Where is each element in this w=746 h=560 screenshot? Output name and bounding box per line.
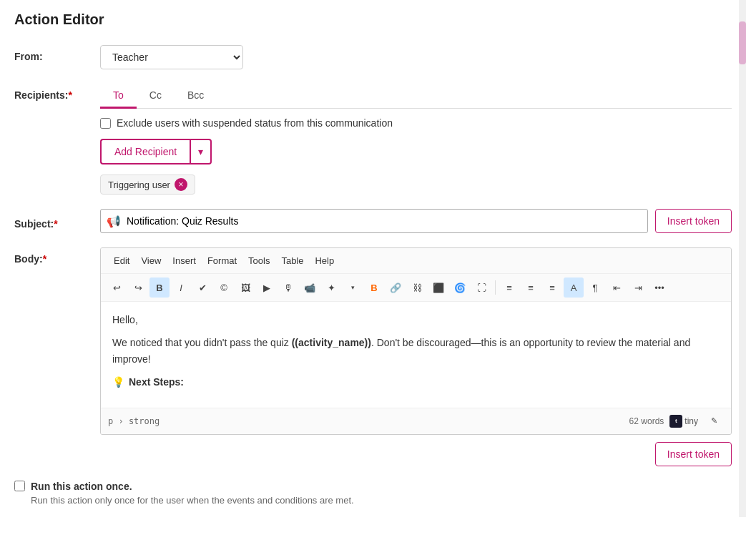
recipients-content: To Cc Bcc Exclude users with suspended s… bbox=[100, 84, 732, 195]
required-marker: * bbox=[68, 89, 72, 101]
tiny-logo: t tiny bbox=[669, 415, 698, 428]
strikethrough-button[interactable]: © bbox=[214, 277, 234, 298]
subject-label: Subject:* bbox=[14, 212, 100, 230]
recipients-row: Recipients:* To Cc Bcc Exclude users wit… bbox=[14, 84, 732, 195]
video-button[interactable]: ▶ bbox=[257, 277, 277, 298]
tiny-icon: t bbox=[669, 415, 682, 428]
fullscreen-button[interactable]: ⛶ bbox=[471, 277, 491, 298]
ai-dropdown-arrow[interactable]: ▾ bbox=[343, 277, 363, 298]
right-scrollbar[interactable] bbox=[739, 0, 746, 517]
scrollbar-thumb[interactable] bbox=[739, 21, 746, 64]
from-content: Teacher Admin System bbox=[100, 45, 732, 69]
chain-button[interactable]: ⛓ bbox=[407, 277, 427, 298]
content-body: We noticed that you didn't pass the quiz… bbox=[112, 335, 720, 367]
teams-button[interactable]: ⬛ bbox=[428, 277, 448, 298]
subject-insert-token-button[interactable]: Insert token bbox=[655, 209, 732, 233]
link-button[interactable]: 🔗 bbox=[386, 277, 406, 298]
more-button[interactable]: ••• bbox=[649, 277, 669, 298]
italic-button[interactable]: I bbox=[171, 277, 191, 298]
from-row: From: Teacher Admin System bbox=[14, 45, 732, 69]
text-direction-button[interactable]: A bbox=[564, 277, 584, 298]
tab-bcc[interactable]: Bcc bbox=[175, 84, 217, 109]
recipient-tag-label: Triggering user bbox=[108, 180, 170, 190]
statusbar-path: p › strong bbox=[108, 416, 159, 426]
menu-insert[interactable]: Insert bbox=[167, 252, 202, 269]
align-right-button[interactable]: ≡ bbox=[542, 277, 562, 298]
recipient-tag: Triggering user × bbox=[100, 175, 195, 195]
ai-dropdown-group[interactable]: ✦ ▾ bbox=[321, 277, 363, 298]
media-button[interactable]: 📹 bbox=[300, 277, 320, 298]
checkmark-button[interactable]: ✔ bbox=[192, 277, 212, 298]
subject-input[interactable] bbox=[124, 210, 642, 232]
recipients-tabs: To Cc Bcc bbox=[100, 84, 732, 109]
audio-button[interactable]: 🎙 bbox=[278, 277, 298, 298]
body-row: Body:* Edit View Insert Format Tools Tab… bbox=[14, 247, 732, 466]
body-insert-token-button[interactable]: Insert token bbox=[655, 442, 732, 466]
exclude-row: Exclude users with suspended status from… bbox=[100, 117, 732, 129]
run-once-checkbox[interactable] bbox=[14, 481, 25, 491]
tab-cc[interactable]: Cc bbox=[137, 84, 175, 109]
align-center-button[interactable]: ≡ bbox=[521, 277, 541, 298]
subject-row: Subject:* 📢 Insert token bbox=[14, 209, 732, 233]
tab-to[interactable]: To bbox=[100, 84, 137, 109]
blogger-button[interactable]: B bbox=[364, 277, 384, 298]
exclude-label: Exclude users with suspended status from… bbox=[117, 117, 393, 129]
editor-settings-button[interactable]: ✎ bbox=[704, 411, 724, 431]
editor-content[interactable]: Hello, We noticed that you didn't pass t… bbox=[101, 302, 731, 408]
toolbar-separator-1 bbox=[495, 280, 496, 295]
page-title: Action Editor bbox=[14, 11, 732, 28]
add-recipient-dropdown-button[interactable]: ▾ bbox=[190, 139, 212, 164]
from-label: From: bbox=[14, 45, 100, 62]
subject-content: 📢 Insert token bbox=[100, 209, 732, 233]
body-content: Edit View Insert Format Tools Table Help… bbox=[100, 247, 732, 466]
increase-indent-button[interactable]: ⇥ bbox=[628, 277, 648, 298]
subject-emoji: 📢 bbox=[107, 215, 121, 228]
menu-table[interactable]: Table bbox=[275, 252, 309, 269]
editor-wrapper: Edit View Insert Format Tools Table Help… bbox=[100, 247, 732, 435]
editor-statusbar: p › strong 62 words t tiny ✎ bbox=[101, 408, 731, 434]
dropdown-arrow-icon: ▾ bbox=[198, 146, 203, 157]
editor-toolbar: ↩ ↪ B I ✔ © 🖼 ▶ 🎙 📹 ✦ ▾ B 🔗 ⛓ bbox=[101, 274, 731, 302]
content-next-steps: 💡 Next Steps: bbox=[112, 374, 720, 390]
menu-format[interactable]: Format bbox=[202, 252, 242, 269]
remove-recipient-button[interactable]: × bbox=[175, 178, 187, 191]
word-count: 62 words bbox=[629, 416, 664, 426]
recipients-label: Recipients:* bbox=[14, 84, 100, 101]
undo-button[interactable]: ↩ bbox=[107, 277, 127, 298]
menu-help[interactable]: Help bbox=[309, 252, 340, 269]
run-once-row: Run this action once. Run this action on… bbox=[14, 481, 732, 506]
run-once-label[interactable]: Run this action once. bbox=[14, 481, 732, 492]
from-select[interactable]: Teacher Admin System bbox=[100, 45, 243, 69]
add-recipient-group: Add Recipient ▾ bbox=[100, 139, 732, 164]
decrease-indent-button[interactable]: ⇤ bbox=[607, 277, 627, 298]
ai-button[interactable]: ✦ bbox=[321, 277, 341, 298]
statusbar-right: 62 words t tiny ✎ bbox=[629, 411, 724, 431]
image-button[interactable]: 🖼 bbox=[235, 277, 255, 298]
align-left-button[interactable]: ≡ bbox=[499, 277, 519, 298]
editor-menubar: Edit View Insert Format Tools Table Help bbox=[101, 248, 731, 274]
content-hello: Hello, bbox=[112, 312, 720, 328]
paragraph-button[interactable]: ¶ bbox=[585, 277, 605, 298]
insert-token-row: Insert token bbox=[100, 442, 732, 466]
exclude-checkbox[interactable] bbox=[100, 118, 111, 129]
subject-field-wrapper: 📢 bbox=[100, 209, 648, 233]
menu-edit[interactable]: Edit bbox=[108, 252, 135, 269]
redo-button[interactable]: ↪ bbox=[128, 277, 148, 298]
body-label: Body:* bbox=[14, 247, 100, 265]
menu-tools[interactable]: Tools bbox=[242, 252, 275, 269]
bold-button[interactable]: B bbox=[149, 277, 170, 298]
add-recipient-button[interactable]: Add Recipient bbox=[100, 139, 190, 164]
run-once-text: Run this action once. bbox=[31, 481, 132, 492]
swirl-button[interactable]: 🌀 bbox=[450, 277, 470, 298]
menu-view[interactable]: View bbox=[135, 252, 167, 269]
run-once-desc: Run this action only once for the user w… bbox=[31, 495, 732, 506]
